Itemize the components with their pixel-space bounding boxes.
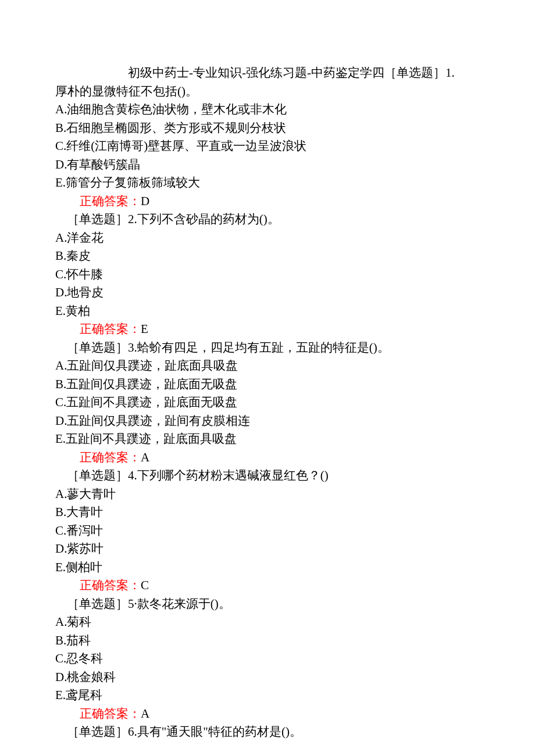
q4-option-e: E.侧柏叶 bbox=[55, 558, 480, 577]
q3-header: ［单选题］3.蛤蚧有四足，四足均有五趾，五趾的特征是()。 bbox=[55, 339, 480, 357]
q6-label: ［单选题］ bbox=[67, 725, 128, 739]
q1-label: ［单选题］ bbox=[384, 66, 445, 80]
q3-label: ［单选题］ bbox=[67, 341, 128, 354]
q4-label: ［单选题］ bbox=[67, 468, 128, 482]
q4-header: ［单选题］4.下列哪个药材粉末遇碱液显红色？() bbox=[55, 467, 480, 485]
answer-label: 正确答案： bbox=[80, 578, 141, 592]
q2-option-d: D.地骨皮 bbox=[55, 284, 480, 302]
q5-header: ［单选题］5·款冬花来源于()。 bbox=[55, 595, 480, 614]
q2-option-e: E.黄柏 bbox=[55, 302, 480, 321]
answer-label: 正确答案： bbox=[80, 707, 141, 721]
q4-option-d: D.紫苏叶 bbox=[55, 540, 480, 558]
q4-option-a: A.蓼大青叶 bbox=[55, 485, 480, 504]
q5-option-b: B.茄科 bbox=[55, 632, 480, 650]
q1-text: 厚朴的显微特征不包括()。 bbox=[55, 83, 480, 101]
q2-label: ［单选题］ bbox=[67, 212, 128, 226]
q4-answer: C bbox=[141, 578, 149, 592]
q3-option-d: D.五趾间仅具蹼迹，趾间有皮膜相连 bbox=[55, 412, 480, 431]
q4-option-b: B.大青叶 bbox=[55, 503, 480, 522]
q2-option-a: A.洋金花 bbox=[55, 229, 480, 248]
q6-text: 具有"通天眼"特征的药材是()。 bbox=[137, 725, 302, 739]
q3-text: 蛤蚧有四足，四足均有五趾，五趾的特征是()。 bbox=[137, 341, 390, 354]
q4-option-c: C.番泻叶 bbox=[55, 522, 480, 540]
q2-option-b: B.秦皮 bbox=[55, 247, 480, 266]
q6-number: 6. bbox=[128, 725, 137, 739]
q5-answer-line: 正确答案：A bbox=[55, 705, 480, 723]
q2-answer: E bbox=[141, 322, 148, 336]
document-title-line: 初级中药士-专业知识-强化练习题-中药鉴定学四［单选题］1. bbox=[55, 64, 480, 83]
q2-header: ［单选题］2.下列不含砂晶的药材为()。 bbox=[55, 210, 480, 229]
answer-label: 正确答案： bbox=[80, 450, 141, 464]
q3-option-a: A.五趾间仅具蹼迹，趾底面具吸盘 bbox=[55, 357, 480, 375]
q1-option-b: B.石细胞呈椭圆形、类方形或不规则分枝状 bbox=[55, 119, 480, 138]
q5-option-d: D.桃金娘科 bbox=[55, 668, 480, 687]
q5-option-e: E.鸢尾科 bbox=[55, 686, 480, 705]
q1-option-e: E.筛管分子复筛板筛域较大 bbox=[55, 174, 480, 192]
q6-header: ［单选题］6.具有"通天眼"特征的药材是()。 bbox=[55, 723, 480, 741]
q2-answer-line: 正确答案：E bbox=[55, 320, 480, 339]
q5-number: 5· bbox=[128, 597, 137, 611]
q3-answer: A bbox=[141, 450, 149, 464]
q4-answer-line: 正确答案：C bbox=[55, 576, 480, 595]
q1-option-a: A.油细胞含黄棕色油状物，壁木化或非木化 bbox=[55, 101, 480, 119]
q5-text: 款冬花来源于()。 bbox=[137, 597, 231, 611]
q2-number: 2. bbox=[128, 212, 137, 226]
q1-option-c: C.纤维(江南博哥)壁甚厚、平直或一边呈波浪状 bbox=[55, 137, 480, 156]
q1-answer: D bbox=[141, 194, 149, 208]
q3-option-c: C.五趾间不具蹼迹，趾底面无吸盘 bbox=[55, 393, 480, 412]
page-title: 初级中药士-专业知识-强化练习题-中药鉴定学四 bbox=[128, 66, 384, 80]
q4-number: 4. bbox=[128, 468, 137, 482]
q4-text: 下列哪个药材粉末遇碱液显红色？() bbox=[137, 468, 329, 482]
q2-option-c: C.怀牛膝 bbox=[55, 266, 480, 284]
q3-number: 3. bbox=[128, 341, 137, 354]
q2-text: 下列不含砂晶的药材为()。 bbox=[137, 212, 280, 226]
answer-label: 正确答案： bbox=[80, 322, 141, 336]
q5-option-a: A.菊科 bbox=[55, 613, 480, 632]
q5-label: ［单选题］ bbox=[67, 597, 128, 611]
q1-option-d: D.有草酸钙簇晶 bbox=[55, 156, 480, 174]
q1-answer-line: 正确答案：D bbox=[55, 192, 480, 211]
q1-number: 1. bbox=[445, 66, 455, 80]
answer-label: 正确答案： bbox=[80, 194, 141, 208]
q3-option-e: E.五趾间不具蹼迹，趾底面具吸盘 bbox=[55, 430, 480, 449]
q5-answer: A bbox=[141, 707, 149, 721]
q3-answer-line: 正确答案：A bbox=[55, 449, 480, 467]
q3-option-b: B.五趾间仅具蹼迹，趾底面无吸盘 bbox=[55, 375, 480, 394]
q5-option-c: C.忍冬科 bbox=[55, 650, 480, 668]
